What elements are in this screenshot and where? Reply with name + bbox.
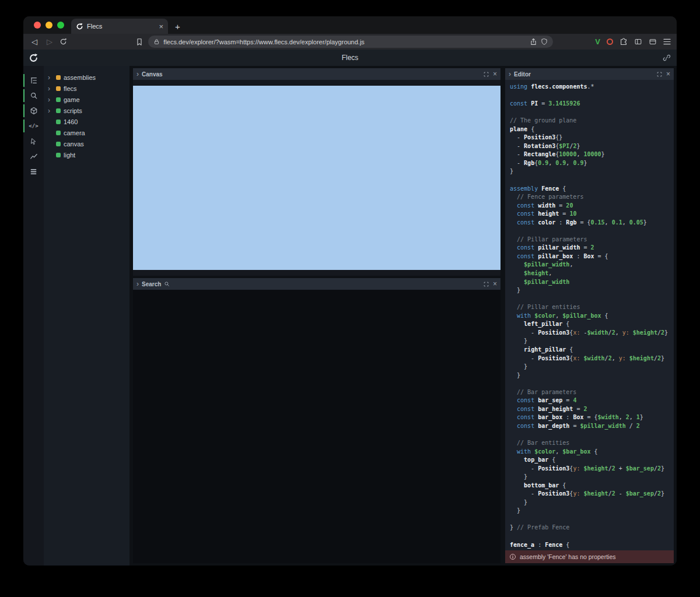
queries-rows-icon[interactable] — [23, 164, 44, 179]
code-line: - Position3{y: $height/2 + $bar_sep/2} — [510, 465, 674, 473]
code-line: const height = 10 — [510, 210, 674, 219]
entity-color-square — [56, 142, 61, 146]
shield-icon[interactable] — [541, 38, 548, 45]
reload-button[interactable] — [60, 38, 67, 45]
code-line: with $color, $bar_box { — [510, 448, 674, 456]
tree-item[interactable]: ›scripts — [44, 105, 130, 116]
error-message: assembly 'Fence' has no properties — [520, 553, 616, 560]
tree-item-label: light — [64, 152, 75, 159]
tree-item-label: scripts — [64, 107, 82, 114]
recorder-extension-icon[interactable] — [607, 38, 613, 45]
code-editor[interactable]: using flecs.components.*const PI = 3.141… — [505, 80, 674, 550]
panel-chevron-icon[interactable]: › — [136, 280, 139, 287]
code-line: assembly Fence { — [510, 185, 674, 194]
editor-error-bar: assembly 'Fence' has no properties — [505, 550, 674, 563]
canvas-cube-icon[interactable] — [23, 103, 44, 118]
search-panel-body[interactable] — [133, 290, 501, 563]
entity-tree-icon[interactable] — [23, 73, 44, 88]
tab-close-icon[interactable]: × — [159, 23, 163, 30]
extension-icons: V — [595, 37, 671, 46]
code-line — [510, 92, 674, 100]
code-line — [510, 108, 674, 117]
tree-item-label: 1460 — [64, 118, 78, 125]
browser-tab[interactable]: Flecs × — [71, 19, 168, 34]
expand-chevron-icon[interactable]: › — [48, 85, 53, 92]
window-close-button[interactable] — [34, 22, 41, 29]
traffic-lights — [34, 16, 64, 34]
share-icon[interactable] — [530, 38, 537, 45]
bookmark-icon[interactable] — [135, 38, 144, 46]
wallet-icon[interactable] — [649, 38, 657, 45]
code-line: $pillar_width — [510, 278, 674, 287]
code-line: } — [510, 507, 674, 515]
address-bar[interactable]: flecs.dev/explorer/?wasm=https://www.fle… — [148, 36, 553, 48]
lock-icon — [153, 38, 160, 45]
code-line: } — [510, 337, 674, 346]
tree-item-label: game — [64, 96, 80, 103]
code-line: const pillar_width = 2 — [510, 244, 674, 252]
flecs-favicon-icon — [76, 23, 83, 30]
extensions-puzzle-icon[interactable] — [620, 38, 628, 46]
back-button[interactable]: ◁ — [29, 37, 40, 46]
tree-item[interactable]: canvas — [44, 138, 130, 149]
search-panel-icon[interactable] — [23, 88, 44, 103]
url-text[interactable]: flecs.dev/explorer/?wasm=https://www.fle… — [163, 38, 526, 45]
new-tab-button[interactable]: + — [175, 19, 180, 34]
forward-button[interactable]: ▷ — [44, 37, 55, 46]
close-panel-icon[interactable]: × — [493, 280, 497, 287]
search-magnifier-icon — [164, 281, 170, 287]
code-line: // Bar entities — [510, 439, 674, 448]
panel-rail: </> — [23, 66, 44, 566]
script-editor-icon[interactable]: </> — [23, 118, 44, 134]
code-line: left_pillar { — [510, 320, 674, 329]
fullscreen-icon[interactable] — [484, 72, 489, 77]
canvas-panel: › Canvas × — [133, 68, 501, 276]
tree-item[interactable]: camera — [44, 127, 130, 138]
code-line: const bar_box : Box = {$width, 2, 1} — [510, 413, 674, 422]
window-zoom-button[interactable] — [57, 22, 64, 29]
search-panel-header[interactable]: › Search × — [133, 278, 501, 290]
share-link-icon[interactable] — [663, 54, 671, 62]
expand-chevron-icon[interactable]: › — [48, 74, 53, 81]
inspector-cursor-icon[interactable] — [23, 134, 44, 149]
sidebar-toggle-icon[interactable] — [634, 38, 642, 45]
window-minimize-button[interactable] — [46, 22, 52, 29]
code-line: } — [510, 167, 674, 176]
code-line: // The ground plane — [510, 117, 674, 125]
canvas-panel-title: Canvas — [142, 71, 163, 78]
code-line: top_bar { — [510, 456, 674, 465]
editor-panel: › Editor × using flecs.components.*const… — [505, 68, 674, 563]
canvas-panel-header[interactable]: › Canvas × — [133, 68, 501, 80]
tree-item[interactable]: light — [44, 149, 130, 160]
fullscreen-icon[interactable] — [484, 282, 489, 287]
3d-viewport-canvas[interactable] — [133, 86, 501, 270]
editor-panel-header[interactable]: › Editor × — [505, 68, 674, 80]
code-line — [510, 532, 674, 541]
close-panel-icon[interactable]: × — [666, 71, 670, 78]
panel-chevron-icon[interactable]: › — [509, 71, 511, 78]
search-panel-title: Search — [142, 281, 161, 287]
statistics-chart-icon[interactable] — [23, 149, 44, 164]
menu-icon[interactable] — [663, 38, 671, 45]
fullscreen-icon[interactable] — [657, 72, 662, 77]
expand-chevron-icon[interactable]: › — [48, 96, 53, 103]
code-line: using flecs.components.* — [510, 83, 674, 92]
tab-title: Flecs — [87, 23, 155, 30]
tree-item[interactable]: ›game — [44, 94, 130, 105]
panel-chevron-icon[interactable]: › — [136, 71, 139, 78]
tree-item[interactable]: 1460 — [44, 116, 130, 127]
page-title: Flecs — [23, 54, 677, 62]
expand-chevron-icon[interactable]: › — [48, 107, 53, 114]
code-line: const width = 20 — [510, 202, 674, 210]
code-line: with $color, $pillar_box { — [510, 312, 674, 321]
code-line: const bar_depth = $pillar_width / 2 — [510, 422, 674, 431]
tree-item[interactable]: ›assemblies — [44, 72, 130, 83]
close-panel-icon[interactable]: × — [493, 71, 497, 78]
v-extension-icon[interactable]: V — [595, 37, 600, 46]
flecs-logo-icon[interactable] — [29, 53, 38, 63]
code-line: // Bar parameters — [510, 388, 674, 397]
code-line: } — [510, 363, 674, 371]
tree-item[interactable]: ›flecs — [44, 83, 130, 94]
code-line: // Pillar parameters — [510, 236, 674, 244]
entity-color-square — [56, 131, 61, 135]
